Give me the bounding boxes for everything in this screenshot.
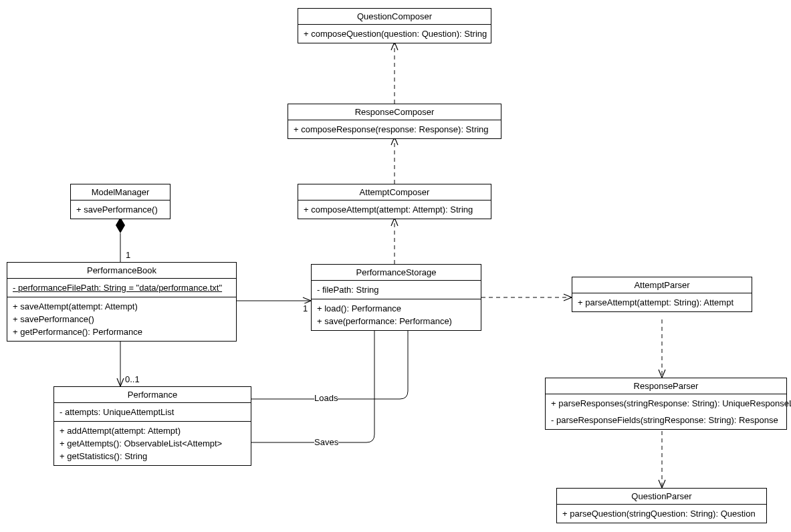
saves-label: Saves [314, 437, 338, 447]
op: + getPerformance(): Performance [13, 325, 231, 338]
op: + composeQuestion(question: Question): S… [304, 27, 485, 40]
multiplicity-label: 1 [126, 250, 130, 260]
op: + parseAttempt(attempt: String): Attempt [578, 296, 746, 309]
class-performance-storage: PerformanceStorage - filePath: String + … [311, 264, 481, 331]
op: + getStatistics(): String [60, 450, 245, 462]
class-name: AttemptParser [572, 277, 752, 293]
op: + savePerformance() [13, 313, 231, 325]
class-response-composer: ResponseComposer + composeResponse(respo… [288, 104, 501, 139]
class-name: PerformanceStorage [312, 265, 481, 281]
class-attempt-parser: AttemptParser + parseAttempt(attempt: St… [572, 277, 752, 312]
op: + save(performance: Performance) [317, 315, 475, 327]
class-response-parser: ResponseParser + parseResponses(stringRe… [545, 378, 787, 430]
class-model-manager: ModelManager + savePerformance() [70, 184, 171, 219]
class-question-parser: QuestionParser + parseQuestion(stringQue… [556, 488, 767, 523]
op: + composeResponse(response: Response): S… [294, 123, 495, 136]
class-name: QuestionParser [557, 489, 766, 505]
op: + composeAttempt(attempt: Attempt): Stri… [304, 203, 485, 216]
multiplicity-label: 1 [303, 303, 308, 313]
op: - parseResponseFields(stringResponse: St… [551, 410, 781, 426]
op: + parseResponses(stringResponse: String)… [551, 397, 781, 410]
multiplicity-label: 0..1 [125, 374, 140, 384]
attr: - filePath: String [317, 283, 475, 296]
class-attempt-composer: AttemptComposer + composeAttempt(attempt… [298, 184, 491, 219]
class-name: AttemptComposer [298, 184, 491, 201]
op: + addAttempt(attempt: Attempt) [60, 424, 245, 437]
class-performance-book: PerformanceBook - performanceFilePath: S… [7, 262, 237, 342]
op: + saveAttempt(attempt: Attempt) [13, 300, 231, 313]
class-name: ResponseComposer [288, 104, 501, 120]
class-name: QuestionComposer [298, 9, 491, 25]
op: + load(): Performance [317, 302, 475, 315]
loads-label: Loads [314, 393, 338, 403]
class-performance: Performance - attempts: UniqueAttemptLis… [53, 386, 251, 466]
class-name: PerformanceBook [7, 263, 236, 279]
op: + parseQuestion(stringQuestion: String):… [562, 507, 761, 520]
class-question-composer: QuestionComposer + composeQuestion(quest… [298, 8, 491, 43]
class-name: ResponseParser [546, 378, 786, 394]
attr: - attempts: UniqueAttemptList [60, 406, 245, 418]
class-name: ModelManager [71, 184, 170, 201]
op: + getAttempts(): ObservableList<Attempt> [60, 437, 245, 450]
class-name: Performance [54, 387, 251, 403]
attr: - performanceFilePath: String = "data/pe… [13, 281, 231, 294]
op: + savePerformance() [76, 203, 164, 216]
